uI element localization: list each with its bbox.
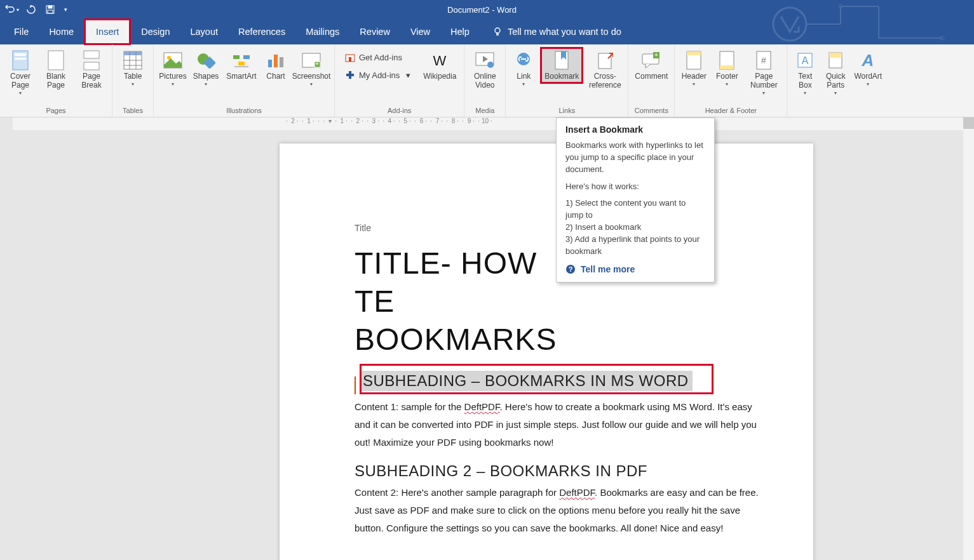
group-label-pages: Pages [46,105,65,114]
svg-rect-8 [15,53,26,56]
window-title: Document2 - Word [70,5,894,15]
svg-rect-24 [280,57,283,67]
svg-rect-35 [599,53,611,69]
tab-layout[interactable]: Layout [180,20,228,43]
quick-parts-button[interactable]: Quick Parts▾ [822,47,849,98]
cover-page-button[interactable]: Cover Page▾ [4,47,37,98]
page-1[interactable]: Title TITLE- HOWTE BOOKMARKS SUBHEADING … [280,143,813,560]
tab-references[interactable]: References [228,20,295,43]
cross-reference-button[interactable]: Cross-reference [586,47,624,93]
shapes-button[interactable]: Shapes▾ [191,47,221,90]
tell-me-search[interactable]: Tell me what you want to do [492,27,621,37]
blank-page-icon [45,50,67,71]
svg-rect-21 [238,62,245,65]
blank-page-button[interactable]: Blank Page [39,47,72,93]
svg-rect-10 [48,51,64,70]
svg-text:+: + [654,52,658,58]
addins-icon [345,70,355,80]
help-icon: ? [565,264,576,274]
spellcheck-marker: DeftPDF [559,487,595,498]
scrollbar-thumb[interactable] [963,117,974,129]
lightbulb-icon [492,27,503,37]
quick-parts-icon [825,50,846,71]
group-illustrations: Pictures▾ Shapes▾ SmartArt Chart +Screen… [154,44,335,117]
video-icon [474,50,496,71]
svg-rect-9 [15,58,26,60]
group-label-illustrations: Illustrations [226,105,262,114]
title-bar: ▾ ▾ Document2 - Word [0,0,974,19]
group-header-footer: Header▾ Footer▾ #Page Number▾ Header & F… [675,44,787,117]
comment-button[interactable]: +Comment [632,47,670,84]
svg-rect-22 [268,60,272,67]
online-video-button[interactable]: Online Video [468,47,501,93]
tooltip-title: Insert a Bookmark [565,124,705,135]
wordart-button[interactable]: AWordArt▾ [852,47,884,90]
tab-insert[interactable]: Insert [86,20,129,43]
chart-button[interactable]: Chart [262,47,290,84]
spellcheck-marker: DeftPDF [464,401,500,412]
svg-rect-29 [349,57,351,62]
tooltip-body: Bookmarks work with hyperlinks to let yo… [565,140,705,258]
qat-customize[interactable]: ▾ [61,2,70,17]
group-label-comments: Comments [635,105,668,114]
text-box-button[interactable]: AText Box▾ [791,47,819,98]
cover-page-icon [10,50,31,71]
group-label-text [837,105,839,114]
page-break-button[interactable]: Page Break [75,47,108,93]
smartart-button[interactable]: SmartArt [224,47,259,84]
ribbon-tabs: File Home Insert Design Layout Reference… [0,19,974,44]
tell-me-more-link[interactable]: ? Tell me more [565,264,705,274]
tab-mailings[interactable]: Mailings [295,20,349,43]
table-icon [122,50,144,71]
horizontal-ruler[interactable]: · 2 · · 1 · · · ▾ · 1 · · 2 · · 3 · · 4 … [13,117,974,130]
tell-me-placeholder: Tell me what you want to do [508,27,621,37]
undo-button[interactable]: ▾ [4,2,20,17]
svg-rect-42 [720,65,734,69]
tab-design[interactable]: Design [131,20,180,43]
tab-file[interactable]: File [4,20,39,43]
content-2[interactable]: Content 2: Here's another sample paragra… [355,484,762,537]
vertical-scrollbar[interactable] [963,117,974,560]
screenshot-button[interactable]: +Screenshot▾ [292,47,330,90]
svg-rect-40 [687,51,701,55]
quick-access-toolbar: ▾ ▾ [4,2,70,17]
get-addins-button[interactable]: Get Add-ins [341,50,414,65]
table-button[interactable]: Table▾ [116,47,149,90]
tab-review[interactable]: Review [349,20,400,43]
redo-button[interactable] [23,2,39,17]
tab-view[interactable]: View [400,20,440,43]
group-text: AText Box▾ Quick Parts▾ AWordArt▾ [787,44,888,117]
pictures-button[interactable]: Pictures▾ [158,47,188,90]
group-addins: Get Add-ins My Add-ins▾ WWikipedia Add-i… [335,44,464,117]
svg-rect-48 [829,53,842,58]
pictures-icon [162,50,184,71]
page-number-button[interactable]: #Page Number▾ [745,47,783,98]
link-button[interactable]: Link▾ [510,47,538,90]
bookmark-button[interactable]: Bookmark [540,47,583,84]
wikipedia-button[interactable]: WWikipedia [419,47,460,84]
svg-rect-19 [233,55,240,59]
highlight-subheading: SUBHEADING – BOOKMARKS IN MS WORD [360,364,714,394]
document-area: Title TITLE- HOWTE BOOKMARKS SUBHEADING … [0,131,974,560]
header-button[interactable]: Header▾ [679,47,709,90]
smartart-icon [231,50,252,71]
group-comments: +Comment Comments [628,44,675,117]
shapes-icon [195,50,217,71]
subheading-1[interactable]: SUBHEADING – BOOKMARKS IN MS WORD [362,371,693,391]
group-pages: Cover Page▾ Blank Page Page Break Pages [0,44,112,117]
subheading-2[interactable]: SUBHEADING 2 – BOOKMARKS IN PDF [355,462,762,480]
highlight-insert-tab: Insert [84,18,131,45]
save-button[interactable] [42,2,58,17]
group-tables: Table▾ Tables [112,44,154,117]
page-break-icon [81,50,102,71]
svg-text:W: W [433,53,447,68]
footer-button[interactable]: Footer▾ [712,47,742,90]
tab-home[interactable]: Home [39,20,84,43]
comment-icon: + [640,50,662,71]
my-addins-button[interactable]: My Add-ins▾ [341,67,414,83]
screenshot-icon: + [301,50,322,71]
group-label-addins: Add-ins [388,105,411,114]
content-1[interactable]: Content 1: sample for the DeftPDF. Here'… [355,398,762,451]
tab-help[interactable]: Help [440,20,480,43]
svg-text:#: # [761,55,766,65]
